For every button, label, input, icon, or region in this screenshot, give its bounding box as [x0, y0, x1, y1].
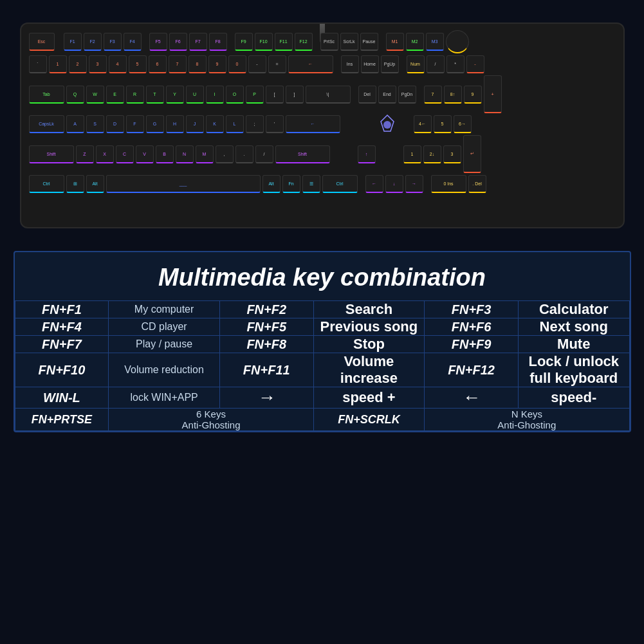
combo-table: FN+F1 My computer FN+F2 Search FN+F3 Cal…: [15, 300, 630, 431]
key-m3: M3: [426, 33, 444, 51]
val-fn-f1: My computer: [109, 301, 219, 318]
key-tab: Tab: [29, 86, 64, 104]
key-nstar: *: [446, 55, 465, 73]
key-minus: -: [248, 55, 266, 73]
key-equals: =: [268, 55, 286, 73]
key-fn-f10: FN+F10: [15, 353, 109, 387]
key-n7: 7: [424, 86, 442, 104]
key-s: S: [86, 115, 104, 133]
key-f1: F1: [64, 33, 82, 51]
key-ralt: Alt: [262, 175, 281, 193]
key-lwin: ⊞: [66, 175, 84, 193]
key-pause: Pause: [360, 33, 378, 51]
key-fn-f4: FN+F4: [15, 318, 109, 336]
key-backspace: ←: [288, 55, 333, 73]
key-n8: 8↑: [444, 86, 462, 104]
key-w: W: [86, 86, 104, 104]
key-fn-f8: FN+F8: [219, 336, 313, 353]
val-fn-f9: Mute: [519, 336, 629, 353]
val-fn-f8: Stop: [313, 336, 424, 353]
key-5: 5: [129, 55, 147, 73]
val-fn-f11: Volume increase: [313, 353, 424, 387]
key-lshift: Shift: [29, 145, 74, 163]
table-row: FN+F1 My computer FN+F2 Search FN+F3 Cal…: [15, 301, 629, 318]
key-p: P: [246, 86, 264, 104]
key-home: Home: [361, 55, 379, 73]
key-f2: F2: [84, 33, 102, 51]
keyboard-image: Esc F1 F2 F3 F4 F5 F6 F7 F8 F9 F10 F11 F…: [20, 23, 625, 228]
key-n2: 2↓: [423, 145, 441, 163]
key-fn-f9: FN+F9: [425, 336, 519, 353]
multimedia-info-panel: Multimedia key combination FN+F1 My comp…: [14, 251, 631, 432]
key-arrow-left: ←: [425, 387, 519, 409]
key-fn-scrlk: FN+SCRLK: [313, 409, 424, 431]
key-semi: ;: [246, 115, 264, 133]
key-pgdn: PgDn: [398, 86, 416, 104]
key-lalt: Alt: [86, 175, 104, 193]
key-f5: F5: [149, 33, 167, 51]
key-q: Q: [66, 86, 84, 104]
key-n9: 9: [464, 86, 482, 104]
key-dial: [446, 30, 469, 53]
val-arrow-left: speed-: [519, 387, 629, 409]
key-9: 9: [208, 55, 226, 73]
key-4: 4: [109, 55, 127, 73]
key-f7: F7: [189, 33, 207, 51]
key-ndot: . Del: [468, 175, 486, 193]
key-caps: CapsLk: [29, 115, 64, 133]
key-backtick: `: [29, 55, 47, 73]
key-nplus: +: [484, 75, 502, 113]
panel-title: Multimedia key combination: [15, 252, 630, 300]
key-u: U: [186, 86, 204, 104]
key-h: H: [166, 115, 184, 133]
key-g: G: [146, 115, 164, 133]
key-fn-f1: FN+F1: [15, 301, 109, 318]
val-fn-prtse: 6 Keys Anti-Ghosting: [109, 409, 313, 431]
table-row: WIN-L lock WIN+APP → speed + ← speed-: [15, 387, 629, 409]
key-period: .: [235, 145, 253, 163]
key-b: B: [156, 145, 174, 163]
key-fn-f6: FN+F6: [425, 318, 519, 336]
key-menu: ☰: [302, 175, 320, 193]
key-left: ←: [365, 175, 383, 193]
keyboard-section: Esc F1 F2 F3 F4 F5 F6 F7 F8 F9 F10 F11 F…: [0, 0, 644, 251]
key-fn-f12: FN+F12: [425, 353, 519, 387]
key-quote: ': [266, 115, 284, 133]
table-row: FN+F7 Play / pause FN+F8 Stop FN+F9 Mute: [15, 336, 629, 353]
table-row-last: FN+PRTSE 6 Keys Anti-Ghosting FN+SCRLK N…: [15, 409, 629, 431]
key-arrow-right: →: [219, 387, 313, 409]
key-x: X: [96, 145, 114, 163]
key-lctrl: Ctrl: [29, 175, 64, 193]
val-fn-f5: Previous song: [313, 318, 424, 336]
key-ins: Ins: [341, 55, 359, 73]
key-scrlk: ScrLk: [340, 33, 358, 51]
key-v: V: [136, 145, 154, 163]
key-fn-prtse: FN+PRTSE: [15, 409, 109, 431]
key-k: K: [206, 115, 224, 133]
key-n3: 3: [443, 145, 461, 163]
key-n6: 6→: [454, 115, 472, 133]
key-f8: F8: [209, 33, 227, 51]
key-f9: F9: [235, 33, 253, 51]
key-a: A: [66, 115, 84, 133]
key-n: N: [176, 145, 194, 163]
key-f4: F4: [124, 33, 142, 51]
key-3: 3: [89, 55, 107, 73]
key-f: F: [126, 115, 144, 133]
key-enter: ←: [286, 115, 340, 133]
key-n1: 1: [403, 145, 421, 163]
key-o: O: [226, 86, 244, 104]
key-numlock: Num: [407, 55, 425, 73]
val-fn-f4: CD player: [109, 318, 219, 336]
key-6: 6: [149, 55, 167, 73]
key-rshift: Shift: [275, 145, 330, 163]
key-f12: F12: [295, 33, 313, 51]
key-fn-f2: FN+F2: [219, 301, 313, 318]
val-fn-f7: Play / pause: [109, 336, 219, 353]
val-fn-scrlk: N Keys Anti-Ghosting: [425, 409, 629, 431]
key-y: Y: [166, 86, 184, 104]
key-0: 0: [228, 55, 246, 73]
key-e: E: [106, 86, 124, 104]
key-esc: Esc: [29, 33, 55, 51]
key-f6: F6: [169, 33, 187, 51]
